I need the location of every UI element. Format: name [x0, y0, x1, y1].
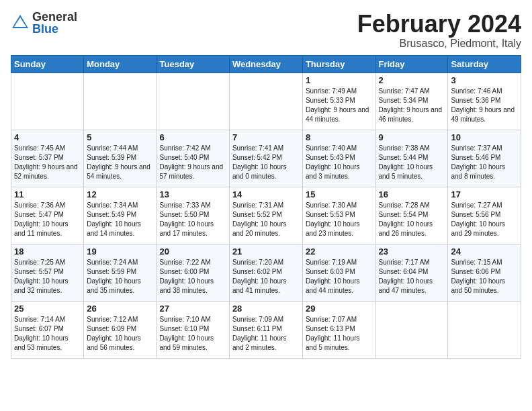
calendar-cell: 25Sunrise: 7:14 AM Sunset: 6:07 PM Dayli…	[11, 301, 84, 358]
day-info: Sunrise: 7:40 AM Sunset: 5:43 PM Dayligh…	[306, 144, 373, 181]
logo-text: General Blue	[32, 11, 77, 35]
calendar-cell: 24Sunrise: 7:15 AM Sunset: 6:06 PM Dayli…	[448, 244, 521, 301]
day-info: Sunrise: 7:33 AM Sunset: 5:50 PM Dayligh…	[160, 201, 226, 238]
day-number: 7	[232, 132, 300, 142]
calendar-cell: 22Sunrise: 7:19 AM Sunset: 6:03 PM Dayli…	[302, 244, 375, 301]
day-info: Sunrise: 7:12 AM Sunset: 6:09 PM Dayligh…	[87, 315, 153, 353]
calendar-cell: 3Sunrise: 7:46 AM Sunset: 5:36 PM Daylig…	[448, 73, 521, 130]
day-number: 18	[14, 246, 81, 257]
calendar-cell: 5Sunrise: 7:44 AM Sunset: 5:39 PM Daylig…	[84, 130, 157, 187]
day-info: Sunrise: 7:44 AM Sunset: 5:39 PM Dayligh…	[87, 144, 153, 181]
weekday-header: Sunday	[11, 55, 84, 73]
calendar-cell: 7Sunrise: 7:41 AM Sunset: 5:42 PM Daylig…	[229, 130, 302, 187]
logo: General Blue	[11, 11, 77, 35]
calendar-cell: 28Sunrise: 7:09 AM Sunset: 6:11 PM Dayli…	[229, 301, 302, 358]
day-info: Sunrise: 7:49 AM Sunset: 5:33 PM Dayligh…	[306, 87, 373, 124]
day-number: 3	[451, 75, 518, 85]
day-info: Sunrise: 7:31 AM Sunset: 5:52 PM Dayligh…	[232, 201, 300, 238]
day-info: Sunrise: 7:36 AM Sunset: 5:47 PM Dayligh…	[14, 201, 81, 238]
day-info: Sunrise: 7:20 AM Sunset: 6:02 PM Dayligh…	[232, 258, 300, 295]
calendar-cell: 8Sunrise: 7:40 AM Sunset: 5:43 PM Daylig…	[302, 130, 375, 187]
calendar-week-row: 1Sunrise: 7:49 AM Sunset: 5:33 PM Daylig…	[11, 73, 521, 130]
weekday-header: Monday	[84, 55, 157, 73]
day-info: Sunrise: 7:19 AM Sunset: 6:03 PM Dayligh…	[306, 258, 373, 295]
calendar-week-row: 18Sunrise: 7:25 AM Sunset: 5:57 PM Dayli…	[11, 244, 521, 301]
day-number: 21	[232, 246, 300, 257]
day-number: 10	[451, 132, 518, 142]
calendar-cell: 21Sunrise: 7:20 AM Sunset: 6:02 PM Dayli…	[229, 244, 302, 301]
day-info: Sunrise: 7:28 AM Sunset: 5:54 PM Dayligh…	[379, 201, 445, 238]
day-info: Sunrise: 7:46 AM Sunset: 5:36 PM Dayligh…	[451, 87, 518, 124]
day-info: Sunrise: 7:07 AM Sunset: 6:13 PM Dayligh…	[306, 315, 373, 353]
calendar-cell	[375, 301, 448, 358]
calendar-cell: 10Sunrise: 7:37 AM Sunset: 5:46 PM Dayli…	[448, 130, 521, 187]
day-info: Sunrise: 7:45 AM Sunset: 5:37 PM Dayligh…	[14, 144, 81, 181]
day-number: 20	[160, 246, 226, 257]
day-info: Sunrise: 7:38 AM Sunset: 5:44 PM Dayligh…	[379, 144, 445, 181]
day-number: 6	[160, 132, 226, 142]
calendar-week-row: 25Sunrise: 7:14 AM Sunset: 6:07 PM Dayli…	[11, 301, 521, 358]
weekday-header: Thursday	[302, 55, 375, 73]
calendar-cell: 14Sunrise: 7:31 AM Sunset: 5:52 PM Dayli…	[229, 187, 302, 244]
calendar-cell	[448, 301, 521, 358]
calendar-cell: 15Sunrise: 7:30 AM Sunset: 5:53 PM Dayli…	[302, 187, 375, 244]
day-number: 23	[379, 246, 445, 257]
calendar-week-row: 4Sunrise: 7:45 AM Sunset: 5:37 PM Daylig…	[11, 130, 521, 187]
day-info: Sunrise: 7:30 AM Sunset: 5:53 PM Dayligh…	[306, 201, 373, 238]
calendar-cell: 4Sunrise: 7:45 AM Sunset: 5:37 PM Daylig…	[11, 130, 84, 187]
day-number: 28	[232, 304, 300, 314]
calendar-table: SundayMondayTuesdayWednesdayThursdayFrid…	[11, 55, 521, 359]
logo-blue: Blue	[32, 23, 77, 35]
calendar-cell: 26Sunrise: 7:12 AM Sunset: 6:09 PM Dayli…	[84, 301, 157, 358]
day-number: 13	[160, 189, 226, 199]
calendar-cell	[84, 73, 157, 130]
calendar-cell: 17Sunrise: 7:27 AM Sunset: 5:56 PM Dayli…	[448, 187, 521, 244]
calendar-cell: 1Sunrise: 7:49 AM Sunset: 5:33 PM Daylig…	[302, 73, 375, 130]
month-title: February 2024	[357, 11, 521, 38]
day-number: 24	[451, 246, 518, 257]
day-number: 26	[87, 304, 153, 314]
day-info: Sunrise: 7:42 AM Sunset: 5:40 PM Dayligh…	[160, 144, 226, 181]
day-number: 1	[306, 75, 373, 85]
day-number: 2	[379, 75, 445, 85]
day-number: 5	[87, 132, 153, 142]
day-number: 9	[379, 132, 445, 142]
day-number: 8	[306, 132, 373, 142]
weekday-header: Wednesday	[229, 55, 302, 73]
calendar-cell: 20Sunrise: 7:22 AM Sunset: 6:00 PM Dayli…	[157, 244, 229, 301]
day-info: Sunrise: 7:34 AM Sunset: 5:49 PM Dayligh…	[87, 201, 153, 238]
day-number: 15	[306, 189, 373, 199]
day-info: Sunrise: 7:14 AM Sunset: 6:07 PM Dayligh…	[14, 315, 81, 353]
calendar-cell: 11Sunrise: 7:36 AM Sunset: 5:47 PM Dayli…	[11, 187, 84, 244]
day-info: Sunrise: 7:37 AM Sunset: 5:46 PM Dayligh…	[451, 144, 518, 181]
calendar-cell: 19Sunrise: 7:24 AM Sunset: 5:59 PM Dayli…	[84, 244, 157, 301]
logo-general: General	[32, 11, 77, 23]
day-number: 14	[232, 189, 300, 199]
weekday-header-row: SundayMondayTuesdayWednesdayThursdayFrid…	[11, 55, 521, 73]
day-number: 25	[14, 304, 81, 314]
calendar-cell	[11, 73, 84, 130]
location: Brusasco, Piedmont, Italy	[357, 38, 521, 50]
title-block: February 2024 Brusasco, Piedmont, Italy	[357, 11, 521, 50]
day-number: 12	[87, 189, 153, 199]
day-info: Sunrise: 7:41 AM Sunset: 5:42 PM Dayligh…	[232, 144, 300, 181]
calendar-cell: 6Sunrise: 7:42 AM Sunset: 5:40 PM Daylig…	[157, 130, 229, 187]
weekday-header: Tuesday	[157, 55, 229, 73]
calendar-cell: 27Sunrise: 7:10 AM Sunset: 6:10 PM Dayli…	[157, 301, 229, 358]
calendar-cell: 13Sunrise: 7:33 AM Sunset: 5:50 PM Dayli…	[157, 187, 229, 244]
calendar-cell: 23Sunrise: 7:17 AM Sunset: 6:04 PM Dayli…	[375, 244, 448, 301]
page-header: General Blue February 2024 Brusasco, Pie…	[11, 11, 521, 50]
logo-icon	[11, 13, 30, 32]
calendar-week-row: 11Sunrise: 7:36 AM Sunset: 5:47 PM Dayli…	[11, 187, 521, 244]
day-info: Sunrise: 7:10 AM Sunset: 6:10 PM Dayligh…	[160, 315, 226, 353]
day-info: Sunrise: 7:27 AM Sunset: 5:56 PM Dayligh…	[451, 201, 518, 238]
calendar-cell: 29Sunrise: 7:07 AM Sunset: 6:13 PM Dayli…	[302, 301, 375, 358]
weekday-header: Saturday	[448, 55, 521, 73]
calendar-cell: 9Sunrise: 7:38 AM Sunset: 5:44 PM Daylig…	[375, 130, 448, 187]
day-info: Sunrise: 7:15 AM Sunset: 6:06 PM Dayligh…	[451, 258, 518, 295]
day-info: Sunrise: 7:17 AM Sunset: 6:04 PM Dayligh…	[379, 258, 445, 295]
day-number: 27	[160, 304, 226, 314]
day-info: Sunrise: 7:22 AM Sunset: 6:00 PM Dayligh…	[160, 258, 226, 295]
day-number: 11	[14, 189, 81, 199]
day-info: Sunrise: 7:24 AM Sunset: 5:59 PM Dayligh…	[87, 258, 153, 295]
